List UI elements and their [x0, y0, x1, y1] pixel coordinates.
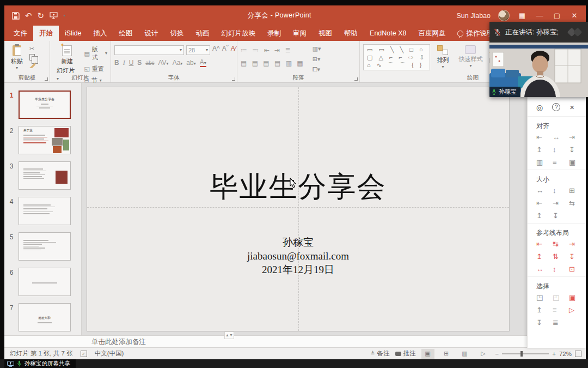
italic-button[interactable]: I: [123, 59, 125, 67]
align-bottom-icon[interactable]: ↧: [569, 146, 585, 154]
restore-button[interactable]: ▢: [552, 11, 562, 20]
thumbnail-slide-1[interactable]: 毕业生分享会: [19, 91, 71, 119]
thumbnail-row[interactable]: 3: [4, 161, 81, 190]
strikethrough-button[interactable]: abc: [145, 60, 154, 66]
font-name-combo[interactable]: ▾: [114, 45, 184, 55]
align-to-slide-icon[interactable]: ▣: [569, 159, 585, 166]
paste-button[interactable]: 粘贴 ▾: [8, 44, 26, 71]
list-indent-spacing-buttons[interactable]: ≔ ≕ ⇤ ⇥ ≣: [241, 46, 305, 54]
tab-view[interactable]: 视图: [313, 26, 338, 41]
shapes-gallery[interactable]: ▭ ▭ ╲ ╲ □ ○ ▢ △ ⌐ ⌐ ⇨ ⇩ ⌂ ∿ ⌒ ⌒ { }: [363, 44, 430, 70]
slide-title[interactable]: 毕业生分享会: [87, 168, 509, 206]
distribute-h-icon[interactable]: ▥: [536, 159, 553, 166]
arrange-button[interactable]: 排列 ▾: [433, 44, 452, 70]
start-slideshow-icon[interactable]: [50, 12, 58, 19]
select-same-outline-icon[interactable]: ◰: [553, 294, 569, 301]
quick-styles-button[interactable]: 快速样式 ▾: [455, 44, 486, 69]
undo-icon[interactable]: ↶: [25, 11, 32, 21]
tab-baidu-pan[interactable]: 百度网盘: [413, 26, 452, 41]
help-icon[interactable]: ?: [552, 103, 560, 111]
tab-review[interactable]: 审阅: [287, 26, 313, 41]
minimize-button[interactable]: —: [535, 11, 544, 20]
thumbnail-row[interactable]: 1 毕业生分享会: [4, 91, 81, 119]
thumbnail-row[interactable]: 6: [4, 268, 81, 296]
screen-share-pill[interactable]: 孙稼宝的屏幕共享: [4, 359, 76, 368]
tab-design[interactable]: 设计: [139, 26, 164, 41]
same-size-icon[interactable]: ⊞: [569, 187, 585, 195]
slide-sorter-view-button[interactable]: ⊞: [440, 349, 453, 359]
reset-button[interactable]: ◱重置: [84, 65, 107, 73]
slide-subtitle[interactable]: 孙稼宝 jiabaosun@foxmail.com 2021年12月19日: [87, 236, 509, 276]
close-button[interactable]: ✕: [569, 11, 579, 20]
clipboard-dialog-launcher[interactable]: [45, 77, 48, 81]
meeting-video-overlay[interactable]: 正在讲话: 孙稼宝;: [489, 22, 588, 97]
char-spacing-button[interactable]: AV▾: [158, 59, 168, 67]
copy-icon[interactable]: [29, 54, 35, 61]
qat-more-icon[interactable]: ▾: [63, 14, 65, 17]
guide-bottom-icon[interactable]: ↧: [569, 253, 585, 261]
stretch-top-icon[interactable]: ↥: [536, 212, 553, 220]
stretch-right-icon[interactable]: ⇥: [553, 200, 569, 207]
thumbnail-slide-4[interactable]: [19, 197, 71, 225]
select-rows-icon[interactable]: ≣: [553, 319, 569, 327]
tab-record[interactable]: 录制: [261, 26, 287, 41]
stretch-left-icon[interactable]: ⇤: [536, 200, 553, 207]
zoom-in-icon[interactable]: +: [552, 351, 556, 357]
tab-file[interactable]: 文件: [8, 26, 33, 41]
redo-icon[interactable]: ↻: [38, 11, 45, 21]
reading-view-button[interactable]: ▥: [458, 349, 471, 359]
select-checked-icon[interactable]: ▣: [569, 294, 585, 301]
guide-height-icon[interactable]: ↕: [553, 266, 569, 273]
thumbnail-row[interactable]: 7 谢谢大家!: [4, 303, 81, 331]
underline-button[interactable]: U: [129, 59, 134, 67]
ribbon-display-options-icon[interactable]: ▦: [517, 11, 527, 20]
font-dialog-launcher[interactable]: [232, 77, 235, 81]
distribute-v-icon[interactable]: ≡: [553, 159, 569, 166]
tab-draw[interactable]: 绘图: [113, 26, 139, 41]
convert-smartart-icon[interactable]: ⧠▾: [313, 66, 321, 73]
select-same-fill-icon[interactable]: ◳: [536, 294, 553, 301]
guide-width-icon[interactable]: ↔: [536, 266, 553, 273]
clear-formatting-icon[interactable]: A⁄: [231, 45, 236, 55]
slideshow-view-button[interactable]: ▷: [477, 349, 490, 359]
language-indicator[interactable]: 中文(中国): [95, 349, 124, 358]
change-case-button[interactable]: Aa▾: [173, 59, 183, 67]
select-below-icon[interactable]: ↧: [536, 319, 553, 327]
text-direction-icon[interactable]: ▥▾: [313, 45, 321, 52]
cut-icon[interactable]: ✂: [29, 45, 35, 52]
thumbnail-row[interactable]: 2 关于我: [4, 126, 81, 154]
align-center-h-icon[interactable]: ↔: [553, 134, 569, 141]
layout-button[interactable]: ▤版式▾: [84, 45, 107, 62]
notes-toggle[interactable]: ≜备注: [370, 349, 389, 358]
grow-font-icon[interactable]: A^: [212, 45, 220, 55]
guide-right-icon[interactable]: ⇥: [569, 240, 585, 248]
thumbnail-row[interactable]: 4: [4, 197, 81, 225]
text-shadow-button[interactable]: S: [137, 59, 142, 67]
tab-islide[interactable]: iSlide: [59, 26, 88, 41]
tab-insert[interactable]: 插入: [88, 26, 113, 41]
stretch-bottom-icon[interactable]: ↧: [553, 212, 569, 220]
select-pointer-icon[interactable]: ▷: [569, 306, 585, 314]
align-text-icon[interactable]: ⊞▾: [313, 56, 321, 63]
thumbnail-row[interactable]: 5: [4, 232, 81, 261]
tab-slideshow[interactable]: 幻灯片放映: [216, 26, 262, 41]
zoom-slider-thumb[interactable]: [520, 351, 523, 357]
thumbnail-slide-7[interactable]: 谢谢大家!: [19, 303, 71, 331]
normal-view-button[interactable]: ▣: [421, 349, 434, 359]
same-width-icon[interactable]: ↔: [536, 187, 553, 195]
bold-button[interactable]: B: [114, 59, 119, 67]
slide-canvas[interactable]: 毕业生分享会 孙稼宝 jiabaosun@foxmail.com 2021年12…: [87, 87, 509, 331]
notes-pane[interactable]: ▲▼ 单击此处添加备注: [4, 335, 586, 347]
comments-toggle[interactable]: 批注: [395, 349, 416, 358]
guide-left-icon[interactable]: ⇤: [536, 240, 553, 248]
thumbnail-slide-3[interactable]: [19, 161, 71, 190]
guide-center-h-icon[interactable]: ↹: [553, 240, 569, 248]
select-middle-icon[interactable]: ≡: [553, 306, 569, 314]
tab-animations[interactable]: 动画: [190, 26, 216, 41]
notes-collapse-handle[interactable]: ▲▼: [224, 331, 234, 339]
webcam-video[interactable]: 孙稼宝: [489, 43, 588, 97]
thumbnail-slide-5[interactable]: [19, 232, 71, 261]
paragraph-dialog-launcher[interactable]: [354, 77, 358, 81]
fit-to-window-icon[interactable]: [575, 351, 581, 357]
zoom-slider[interactable]: [502, 353, 549, 354]
